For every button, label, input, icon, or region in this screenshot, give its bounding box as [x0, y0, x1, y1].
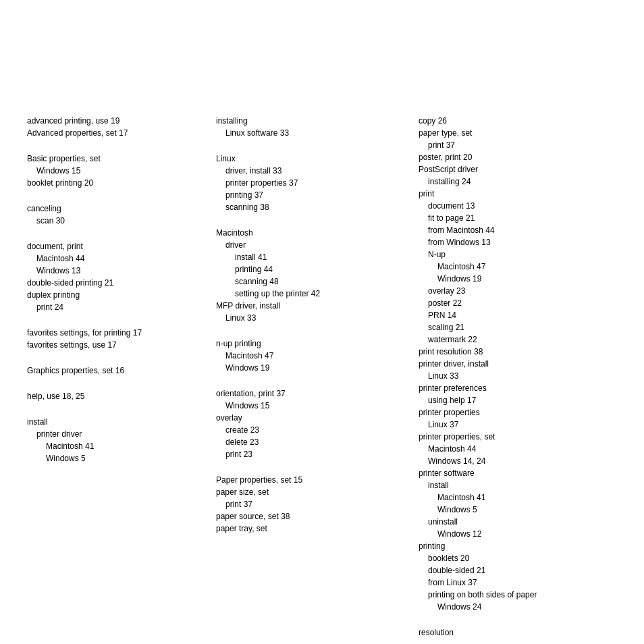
index-section: n-up printingMacintosh 47Windows 19	[216, 338, 412, 374]
index-entry: printer preferences	[419, 382, 617, 394]
index-entry: printer properties	[419, 406, 617, 419]
index-section: Paper properties, set 15paper size, setp…	[216, 474, 412, 535]
index-entry: paper tray, set	[216, 522, 412, 535]
index-entry: driver, install 33	[216, 165, 412, 177]
index-entry: Windows 15	[216, 400, 412, 412]
index-entry: printer driver	[27, 428, 209, 440]
index-entry: watermark 22	[419, 333, 617, 346]
index-entry: booklets 20	[419, 552, 617, 564]
index-entry: poster, print 20	[419, 151, 617, 163]
index-section: orientation, print 37Windows 15overlaycr…	[216, 387, 412, 460]
index-section: favorites settings, for printing 17favor…	[27, 327, 209, 351]
index-entry: uninstall	[419, 516, 617, 528]
index-entry: fit to page 21	[419, 212, 617, 224]
index-entry: Linux software 33	[216, 127, 412, 139]
index-entry: favorites settings, for printing 17	[27, 327, 209, 339]
column-3: copy 26paper type, setprint 37poster, pr…	[419, 115, 617, 644]
index-page: advanced printing, use 19Advanced proper…	[0, 0, 644, 644]
index-entry: print 37	[216, 498, 412, 510]
index-entry: Macintosh 41	[27, 440, 209, 452]
index-entry: Windows 14, 24	[419, 455, 617, 467]
index-entry: PostScript driver	[419, 163, 617, 176]
index-entry: printing on both sides of paper	[419, 589, 617, 601]
index-entry: scan 30	[27, 215, 209, 227]
index-entry: Windows 19	[216, 362, 412, 374]
index-entry: Linux 33	[216, 312, 412, 324]
index-entry: paper type, set	[419, 127, 617, 139]
index-entry: from Linux 37	[419, 576, 617, 589]
index-entry: Macintosh	[216, 227, 412, 239]
index-entry: Macintosh 41	[419, 491, 617, 504]
index-entry: duplex printing	[27, 289, 209, 301]
index-entry: document 13	[419, 200, 617, 212]
index-entry: printer properties, set	[419, 431, 617, 443]
index-section: help, use 18, 25	[27, 390, 209, 402]
index-entry: overlay	[216, 412, 412, 424]
column-1: advanced printing, use 19Advanced proper…	[27, 115, 216, 644]
index-entry: poster 22	[419, 297, 617, 309]
index-entry: paper size, set	[216, 486, 412, 498]
index-section: Macintoshdriverinstall 41printing 44scan…	[216, 227, 412, 324]
index-section: resolution	[419, 626, 617, 639]
index-entry: document, print	[27, 240, 209, 252]
index-entry: installing	[216, 115, 412, 127]
index-entry: Macintosh 47	[419, 261, 617, 273]
index-entry: Windows 5	[419, 504, 617, 516]
index-entry: driver	[216, 239, 412, 251]
index-entry: Macintosh 44	[419, 443, 617, 455]
index-entry: scanning 38	[216, 201, 412, 213]
index-entry: print 24	[27, 301, 209, 313]
index-entry: scaling 21	[419, 321, 617, 333]
index-entry: Paper properties, set 15	[216, 474, 412, 486]
index-entry: printing 44	[216, 263, 412, 275]
index-section: installprinter driverMacintosh 41Windows…	[27, 416, 209, 464]
index-entry: favorites settings, use 17	[27, 339, 209, 351]
index-section: Linuxdriver, install 33printer propertie…	[216, 153, 412, 213]
index-entry: print resolution 38	[419, 346, 617, 358]
index-entry: Basic properties, set	[27, 153, 209, 165]
index-entry: install	[27, 416, 209, 428]
index-section: cancelingscan 30	[27, 203, 209, 227]
index-entry: printing 37	[216, 189, 412, 201]
index-entry: printer driver, install	[419, 358, 617, 370]
index-entry: setting up the printer 42	[216, 288, 412, 300]
index-entry: print	[419, 188, 617, 200]
index-entry: Macintosh 47	[216, 350, 412, 362]
index-entry: Graphics properties, set 16	[27, 365, 209, 377]
index-entry: Windows 12	[419, 528, 617, 540]
index-entry: Windows 5	[27, 452, 209, 464]
index-entry: printer software	[419, 467, 617, 479]
index-entry: paper source, set 38	[216, 510, 412, 522]
index-entry: overlay 23	[419, 285, 617, 297]
index-entry: PRN 14	[419, 309, 617, 321]
index-entry: canceling	[27, 203, 209, 215]
index-entry: Linux	[216, 153, 412, 165]
index-section: Basic properties, setWindows 15booklet p…	[27, 153, 209, 189]
index-entry: double-sided 21	[419, 564, 617, 576]
index-entry: from Windows 13	[419, 236, 617, 248]
index-entry: using help 17	[419, 394, 617, 406]
index-entry: orientation, print 37	[216, 387, 412, 400]
index-entry: Linux 33	[419, 370, 617, 382]
index-entry: n-up printing	[216, 338, 412, 350]
index-entry: delete 23	[216, 436, 412, 448]
index-entry: N-up	[419, 248, 617, 261]
index-entry: copy 26	[419, 115, 617, 127]
index-entry: print 37	[419, 139, 617, 151]
index-entry: scanning 48	[216, 275, 412, 288]
index-entry: resolution	[419, 626, 617, 639]
index-entry: print 23	[216, 448, 412, 460]
index-entry: install	[419, 479, 617, 491]
index-section: Graphics properties, set 16	[27, 365, 209, 377]
index-entry: help, use 18, 25	[27, 390, 209, 402]
index-entry: advanced printing, use 19	[27, 115, 209, 127]
index-entry: installing 24	[419, 176, 617, 188]
index-entry: Macintosh 44	[27, 252, 209, 265]
index-entry: Advanced properties, set 17	[27, 127, 209, 139]
index-section: copy 26paper type, setprint 37poster, pr…	[419, 115, 617, 613]
index-entry: Windows 15	[27, 165, 209, 177]
index-entry: Windows 13	[27, 265, 209, 277]
index-entry: from Macintosh 44	[419, 224, 617, 236]
index-entry: Windows 19	[419, 273, 617, 285]
index-entry: Windows 24	[419, 601, 617, 613]
